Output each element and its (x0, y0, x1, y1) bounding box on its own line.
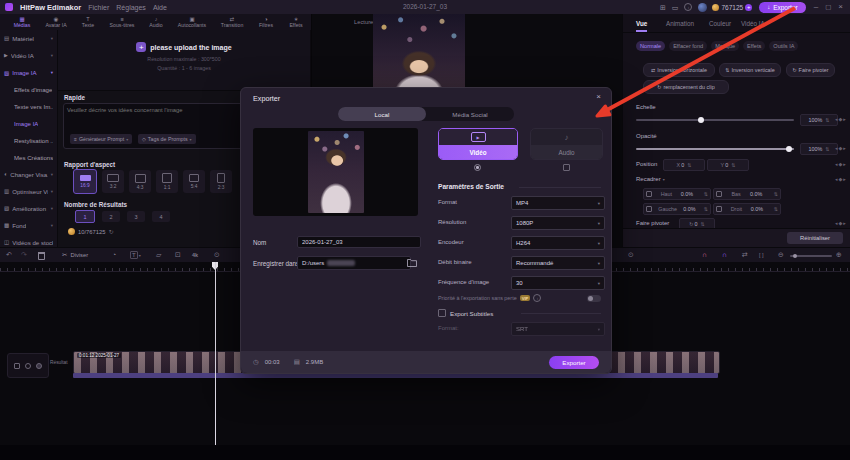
lossless-toggle[interactable] (587, 295, 601, 302)
sidebar-subitem-effets-dimage[interactable]: Effets d'image (0, 81, 57, 98)
reset-button[interactable]: Réinitialiser (787, 232, 843, 244)
results-option-4[interactable]: 4 (152, 211, 170, 222)
sidebar-item-changer-visage[interactable]: ◐ Changer Visa... ▾ (0, 166, 57, 183)
aspect-option-16-9[interactable]: 16:9 (73, 169, 97, 194)
crop-section-label[interactable]: Recadrer ▾ (636, 176, 665, 182)
aspect-option-4-3[interactable]: 4:3 (129, 170, 151, 193)
sidebar-item-fond[interactable]: ▩ Fond ▾ (0, 217, 57, 234)
minimize-button[interactable]: – (814, 3, 818, 11)
dialog-tab-local[interactable]: Local (338, 107, 426, 121)
sidebar-item-amelioration[interactable]: ▨ Amélioration ... ▾ (0, 200, 57, 217)
prompt-tags-button[interactable]: ◇ Tags de Prompts ▾ (138, 134, 196, 144)
zoom-out-icon[interactable]: ⊖ (778, 251, 784, 259)
redo-icon[interactable]: ↷ (21, 251, 27, 259)
rotate-button[interactable]: ↻ Faire pivoter (786, 63, 835, 77)
sidebar-subitem-image-ia[interactable]: Image IA (0, 115, 57, 132)
stepper-icon[interactable]: ⇅ (701, 221, 705, 227)
stepper-icon[interactable]: ⇅ (774, 191, 778, 197)
scale-slider[interactable] (636, 119, 794, 121)
flip-horizontal-button[interactable]: ⇄ Inversion horizontale (643, 63, 715, 77)
4k-export-icon[interactable]: 4k (192, 252, 198, 258)
results-option-2[interactable]: 2 (102, 211, 120, 222)
menu-reglages[interactable]: Réglages (116, 4, 146, 11)
crop-tool-icon[interactable]: ⊡ (175, 251, 181, 259)
stepper-icon[interactable]: ⇅ (731, 162, 735, 168)
opacity-slider-thumb[interactable] (786, 146, 792, 152)
split-button[interactable]: ✂ Diviser (62, 251, 88, 259)
lossless-info-icon[interactable]: i (533, 294, 541, 302)
undo-icon[interactable]: ↶ (6, 251, 12, 259)
crop-right-box[interactable]: Droit 0.0% ⇅ (713, 203, 781, 215)
sidebar-item-materiel[interactable]: ▤ Matériel ▾ (0, 30, 57, 47)
aspect-option-5-4[interactable]: 5:4 (183, 170, 205, 193)
magnet-pink-icon[interactable]: ∩ (702, 251, 707, 258)
crop-top-box[interactable]: Haut 0.0% ⇅ (643, 188, 711, 200)
layout-icon[interactable]: ⊞ (660, 4, 666, 11)
opacity-value-box[interactable]: 100% ⇅ (800, 143, 838, 155)
video-radio[interactable] (474, 164, 481, 171)
chip-effets[interactable]: Effets (743, 41, 765, 51)
opacity-slider[interactable] (636, 148, 794, 150)
format-select[interactable]: MP4 ▾ (511, 196, 605, 210)
stepper-icon[interactable]: ⇅ (825, 146, 829, 152)
opacity-keyframe-controls[interactable]: ◂◆▸ (835, 145, 847, 151)
scale-slider-thumb[interactable] (698, 117, 704, 123)
rotate-keyframe-controls[interactable]: ◂◆▸ (835, 220, 847, 226)
dialog-export-button[interactable]: Exporter (549, 356, 599, 369)
record-icon[interactable]: ⊙ (214, 251, 220, 259)
resolution-select[interactable]: 1080P ▾ (511, 216, 605, 230)
magnet-purple-icon[interactable]: ∩ (722, 251, 727, 258)
text-tool-button[interactable]: T ▾ (130, 251, 141, 259)
sidebar-item-video-ia[interactable]: ▶ Vidéo IA ▾ (0, 47, 57, 64)
stepper-icon[interactable]: ⇅ (704, 191, 708, 197)
ribbon-item-medias[interactable]: ▦ Médias (6, 16, 38, 28)
folder-browse-icon[interactable] (407, 258, 417, 267)
add-coins-button[interactable]: + (745, 4, 752, 11)
ribbon-item-audio[interactable]: ♪ Audio (142, 16, 170, 28)
crop-bottom-box[interactable]: Bas 0.0% ⇅ (713, 188, 781, 200)
stepper-icon[interactable]: ⇅ (825, 117, 829, 123)
chip-effacer-fond[interactable]: Effacer fond (669, 41, 707, 51)
playhead[interactable] (212, 262, 218, 445)
save-location-input[interactable]: D:/users (297, 256, 411, 270)
marker-flag-icon[interactable]: ▱ (156, 251, 161, 259)
results-option-3[interactable]: 3 (127, 211, 145, 222)
export-button-top[interactable]: ↓ Exporter (759, 2, 806, 13)
ribbon-item-texte[interactable]: T Texte (74, 16, 102, 28)
ribbon-item-avatar-ia[interactable]: ◉ Avatar IA (40, 16, 72, 28)
audio-checkbox[interactable] (563, 164, 570, 171)
avatar[interactable] (698, 3, 707, 12)
upload-dropzone[interactable]: + please upload the image Résolution max… (58, 30, 310, 91)
export-subtitles-checkbox[interactable] (438, 309, 446, 317)
tab-couleur[interactable]: Couleur (709, 20, 731, 27)
ribbon-item-transition[interactable]: ⇄ Transition (214, 16, 250, 28)
aspect-option-2-3[interactable]: 2:3 (210, 170, 232, 193)
position-keyframe-controls[interactable]: ◂◆▸ (835, 161, 847, 167)
ribbon-item-autocollants[interactable]: ▣ Autocollants (172, 16, 212, 28)
dialog-close-icon[interactable]: × (596, 92, 601, 101)
name-input[interactable] (297, 236, 421, 248)
flip-vertical-button[interactable]: ⇅ Inversion verticale (719, 63, 781, 77)
framerate-select[interactable]: 30 ▾ (511, 276, 605, 290)
position-y-box[interactable]: Y 0 ⇅ (707, 159, 749, 171)
tab-vue[interactable]: Vue (636, 20, 647, 32)
position-x-box[interactable]: X 0 ⇅ (663, 159, 705, 171)
stepper-icon[interactable]: ⇅ (704, 206, 708, 212)
encoder-select[interactable]: H264 ▾ (511, 236, 605, 250)
speed-icon[interactable]: ◔ (112, 251, 116, 258)
feedback-icon[interactable]: ▭ (672, 4, 679, 11)
sidebar-item-optimiseur[interactable]: ▥ Optimiseur Vi... ▾ (0, 183, 57, 200)
stepper-icon[interactable]: ⇅ (774, 206, 778, 212)
ribbon-item-effets[interactable]: ∗ Effets (282, 16, 310, 28)
audio-type-card[interactable]: ♪ Audio (530, 128, 603, 160)
trash-icon[interactable] (38, 252, 45, 260)
crop-left-box[interactable]: Gauche 0.0% ⇅ (643, 203, 711, 215)
replace-clip-button[interactable]: ↻ remplacement du clip (643, 80, 729, 94)
aspect-option-1-1[interactable]: 1:1 (156, 170, 178, 193)
sidebar-subitem-mes-creations[interactable]: Mes Créations (0, 149, 57, 166)
crop-right-checkbox[interactable] (716, 206, 722, 212)
scale-value-box[interactable]: 100% ⇅ (800, 114, 838, 126)
chip-masque[interactable]: Masque (711, 41, 739, 51)
close-button[interactable]: × (838, 3, 843, 11)
results-option-1[interactable]: 1 (75, 210, 95, 223)
